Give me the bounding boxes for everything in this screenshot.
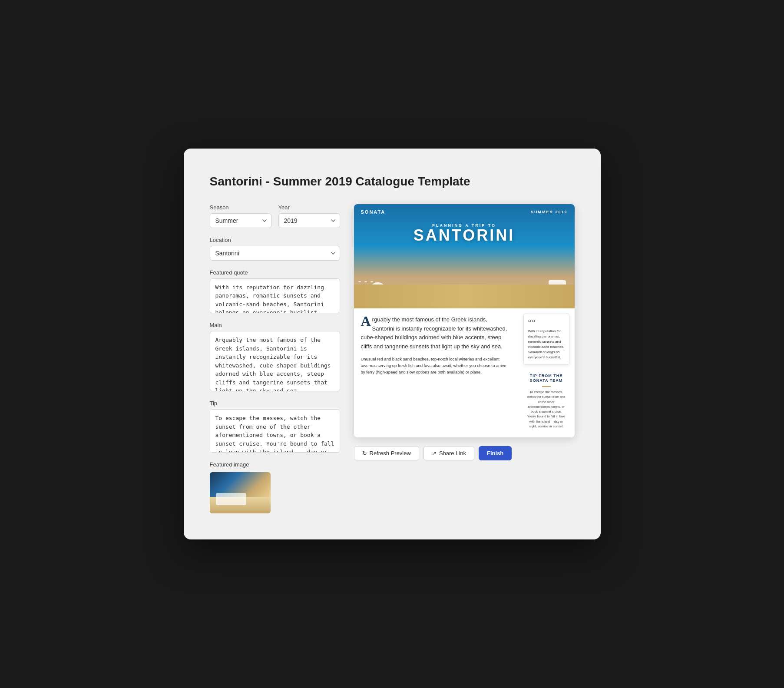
refresh-icon: ↻	[362, 450, 367, 456]
preview-panel: SONATA SUMMER 2019 PLANNING A TRIP TO SA…	[354, 204, 575, 514]
tip-group: Tip To escape the masses, watch the suns…	[210, 400, 340, 453]
season-year-row: Season Summer Spring Autumn Winter Year …	[210, 204, 340, 228]
share-icon: ↗	[432, 450, 437, 456]
finish-button[interactable]: Finish	[479, 446, 512, 460]
action-bar: ↻ Refresh Preview ↗ Share Link Finish	[354, 446, 575, 460]
year-select[interactable]: 2019 2020 2021	[278, 213, 340, 228]
ground	[354, 284, 575, 308]
boat-2	[364, 281, 367, 282]
featured-quote-group: Featured quote With its reputation for d…	[210, 269, 340, 314]
form-panel: Season Summer Spring Autumn Winter Year …	[210, 204, 340, 514]
featured-image-group: Featured image	[210, 461, 340, 513]
refresh-label: Refresh Preview	[370, 450, 411, 456]
finish-label: Finish	[487, 450, 503, 456]
quote-italic: Santorini belongs on everyone's bucketli…	[528, 350, 561, 359]
catalogue-header-top: SONATA SUMMER 2019	[354, 204, 575, 220]
tip-title-line1: TIP FROM THE	[530, 374, 562, 378]
featured-image-thumbnail	[210, 472, 271, 513]
quote-marks: ““	[528, 318, 565, 327]
year-label: Year	[278, 204, 340, 211]
featured-quote-label: Featured quote	[210, 269, 340, 276]
boat-3	[370, 281, 373, 282]
sea-dots	[358, 281, 373, 282]
catalogue-body-right: ““ With its reputation for dazzling pano…	[518, 308, 575, 437]
tip-divider	[542, 386, 551, 387]
catalogue-main-title: SANTORINI	[414, 228, 515, 243]
catalogue-season-tag: SUMMER 2019	[531, 210, 568, 214]
catalogue-brand: SONATA	[361, 209, 386, 215]
location-label: Location	[210, 237, 340, 243]
image-placeholder	[210, 472, 271, 513]
tip-title-line2: SONATA TEAM	[530, 378, 562, 383]
season-group: Season Summer Spring Autumn Winter	[210, 204, 271, 228]
tip-text-input[interactable]: To escape the masses, watch the sunset f…	[210, 409, 340, 453]
location-group: Location Santorini Mykonos Athens	[210, 237, 340, 261]
share-link-button[interactable]: ↗ Share Link	[423, 446, 474, 460]
quote-text: With its reputation for dazzling panoram…	[528, 329, 565, 360]
main-label: Main	[210, 322, 340, 328]
quote-box: ““ With its reputation for dazzling pano…	[523, 314, 569, 365]
tip-title: TIP FROM THE SONATA TEAM	[527, 374, 566, 384]
tip-body-text: To escape the masses, watch the sunset f…	[527, 390, 566, 429]
location-select[interactable]: Santorini Mykonos Athens	[210, 246, 340, 261]
catalogue-drop-cap-text: A rguably the most famous of the Greek i…	[361, 315, 511, 351]
season-select[interactable]: Summer Spring Autumn Winter	[210, 213, 271, 228]
featured-quote-input[interactable]: With its reputation for dazzling panoram…	[210, 278, 340, 314]
year-group: Year 2019 2020 2021	[278, 204, 340, 228]
main-group: Main Arguably the most famous of the Gre…	[210, 322, 340, 391]
main-text-input[interactable]: Arguably the most famous of the Greek is…	[210, 331, 340, 391]
featured-image-label: Featured image	[210, 461, 340, 468]
catalogue-body: A rguably the most famous of the Greek i…	[354, 308, 575, 437]
refresh-preview-button[interactable]: ↻ Refresh Preview	[354, 446, 419, 460]
page-title: Santorini - Summer 2019 Catalogue Templa…	[210, 175, 575, 189]
tip-label: Tip	[210, 400, 340, 407]
catalogue-scene	[354, 265, 575, 308]
app-window: Santorini - Summer 2019 Catalogue Templa…	[184, 149, 601, 540]
season-label: Season	[210, 204, 271, 211]
catalogue-body-text-1: rguably the most famous of the Greek isl…	[361, 316, 507, 350]
tip-box: TIP FROM THE SONATA TEAM To escape the m…	[523, 370, 569, 432]
catalogue-body-text-2: Unusual red and black sand beaches, top-…	[361, 356, 511, 376]
catalogue-preview: SONATA SUMMER 2019 PLANNING A TRIP TO SA…	[354, 204, 575, 437]
catalogue-body-left: A rguably the most famous of the Greek i…	[354, 308, 518, 437]
share-label: Share Link	[439, 450, 466, 456]
catalogue-header: SONATA SUMMER 2019 PLANNING A TRIP TO SA…	[354, 204, 575, 308]
drop-cap-letter: A	[361, 315, 371, 327]
content-area: Season Summer Spring Autumn Winter Year …	[210, 204, 575, 514]
boat-1	[358, 281, 361, 282]
